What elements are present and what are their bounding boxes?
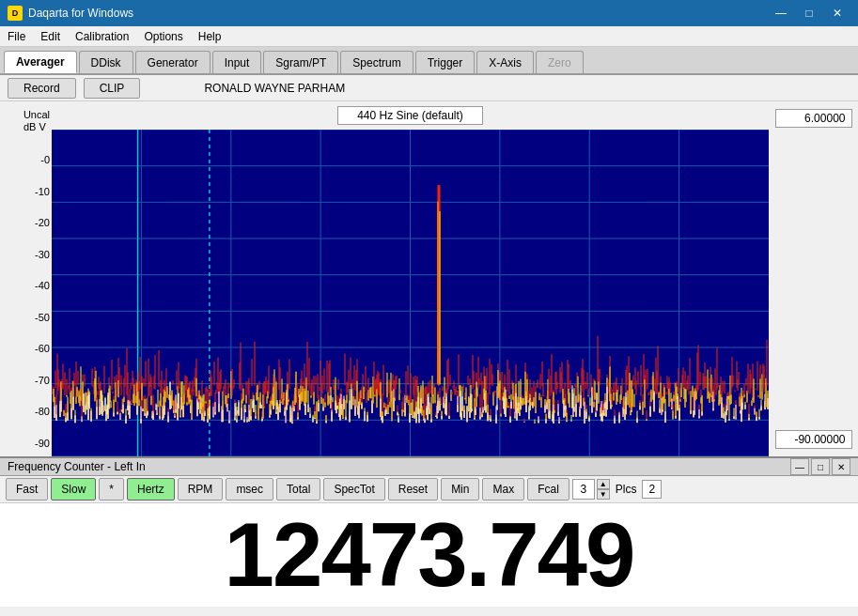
right-value: 2 (642, 480, 662, 499)
freq-panel-minimize[interactable]: — (790, 458, 809, 475)
spectrum-canvas[interactable] (52, 130, 769, 456)
minimize-button[interactable]: — (768, 3, 794, 23)
spectrum-canvas-wrapper (52, 130, 769, 456)
y-label-70: -70 (35, 375, 50, 386)
app-icon: D (8, 6, 23, 21)
record-button[interactable]: Record (8, 78, 76, 99)
y-label-30: -30 (35, 249, 50, 260)
right-controls: 6.00000 -90.00000 (769, 101, 858, 456)
freq-toolbar: FastSlow*HertzRPMmsecTotalSpecTotResetMi… (0, 476, 858, 503)
tab-sgram-pt[interactable]: Sgram/PT (263, 51, 338, 73)
spinner-buttons: ▲ ▼ (597, 479, 610, 500)
freq-panel-restore[interactable]: □ (811, 458, 830, 475)
maximize-button[interactable]: □ (796, 3, 822, 23)
bottom-value-box: -90.00000 (775, 430, 852, 449)
freq-btn-fcal[interactable]: Fcal (527, 478, 569, 500)
freq-btn-reset[interactable]: Reset (388, 478, 438, 500)
user-name: RONALD WAYNE PARHAM (204, 82, 345, 95)
clip-button[interactable]: CLIP (84, 78, 141, 99)
window-controls: — □ ✕ (768, 3, 850, 23)
menu-bar: FileEditCalibrationOptionsHelp (0, 26, 858, 47)
spectrum-container: 440 Hz Sine (default) (52, 101, 769, 456)
tab-ddisk[interactable]: DDisk (79, 51, 133, 73)
y-label-50: -50 (35, 312, 50, 323)
tab-zero: Zero (536, 51, 584, 73)
y-axis: Uncal dB V -0 -10 -20 -30 -40 -50 -60 -7… (0, 101, 52, 456)
freq-btn-*[interactable]: * (99, 478, 124, 500)
tab-x-axis[interactable]: X-Axis (476, 51, 534, 73)
freq-btn-fast[interactable]: Fast (6, 478, 48, 500)
freq-panel-close[interactable]: ✕ (832, 458, 850, 475)
freq-btn-slow[interactable]: Slow (51, 478, 96, 500)
freq-btn-max[interactable]: Max (482, 478, 524, 500)
y-label-20: -20 (35, 217, 50, 228)
freq-btn-rpm[interactable]: RPM (178, 478, 224, 500)
freq-btn-spectot[interactable]: SpecTot (323, 478, 384, 500)
freq-panel: Frequency Counter - Left In — □ ✕ FastSl… (0, 456, 858, 599)
freq-btn-total[interactable]: Total (276, 478, 320, 500)
freq-btn-hertz[interactable]: Hertz (127, 478, 175, 500)
freq-display: 12473.749 (0, 503, 858, 607)
freq-btn-min[interactable]: Min (441, 478, 479, 500)
y-label-10: -10 (35, 186, 50, 197)
spinner-group: ▲ ▼ Plcs 2 (572, 479, 662, 500)
menu-item-calibration[interactable]: Calibration (68, 26, 136, 46)
freq-panel-title: Frequency Counter - Left In — □ ✕ (0, 458, 858, 476)
tab-trigger[interactable]: Trigger (415, 51, 476, 73)
y-label-60: -60 (35, 343, 50, 354)
menu-item-edit[interactable]: Edit (33, 26, 68, 46)
spinner-up[interactable]: ▲ (597, 479, 610, 489)
toolbar-tabs: AveragerDDiskGeneratorInputSgram/PTSpect… (0, 47, 858, 75)
tab-spectrum[interactable]: Spectrum (340, 51, 413, 73)
freq-btn-msec[interactable]: msec (226, 478, 273, 500)
menu-item-file[interactable]: File (0, 26, 33, 46)
y-unit: Uncal dB V (23, 109, 50, 133)
spinner-down[interactable]: ▼ (597, 489, 610, 500)
y-label-80: -80 (35, 406, 50, 417)
app-title: Daqarta for Windows (28, 7, 133, 20)
top-value-box: 6.00000 (775, 109, 852, 128)
panel-controls: — □ ✕ (790, 458, 850, 475)
tab-input[interactable]: Input (212, 51, 262, 73)
menu-item-options[interactable]: Options (136, 26, 190, 46)
title-bar: D Daqarta for Windows — □ ✕ (0, 0, 858, 26)
close-button[interactable]: ✕ (824, 3, 850, 23)
tab-averager[interactable]: Averager (4, 51, 77, 73)
record-row: Record CLIP RONALD WAYNE PARHAM (0, 75, 858, 101)
freq-value: 12473.749 (225, 503, 634, 607)
y-label-90: -90 (35, 438, 50, 449)
freq-panel-title-text: Frequency Counter - Left In (8, 460, 146, 473)
spectrum-title-area: 440 Hz Sine (default) (52, 101, 769, 130)
menu-item-help[interactable]: Help (191, 26, 229, 46)
tab-generator[interactable]: Generator (135, 51, 211, 73)
spinner-input[interactable] (572, 479, 595, 500)
y-label-40: -40 (35, 280, 50, 291)
y-label-0: -0 (40, 154, 50, 165)
spectrum-title-box: 440 Hz Sine (default) (337, 106, 483, 125)
main-area: Uncal dB V -0 -10 -20 -30 -40 -50 -60 -7… (0, 101, 858, 456)
plcs-label: Plcs (616, 483, 637, 496)
